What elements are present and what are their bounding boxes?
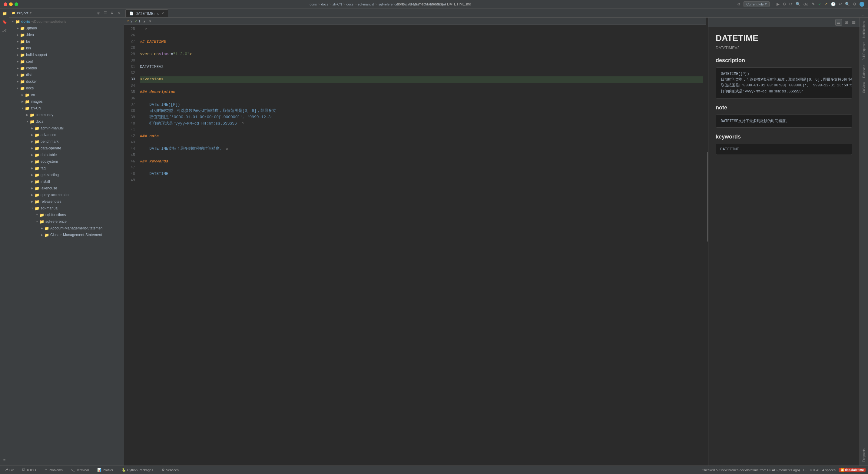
panel-icon-close[interactable]: ✕ [116, 10, 121, 16]
list-item[interactable]: ▶📁get-starting [9, 172, 124, 178]
editor-area: 📄 DATETIME.md ✕ ⋯ ⚠ 2 [124, 8, 868, 466]
git-branch-badge[interactable]: 🔀 doc-datetime [839, 468, 866, 472]
panel-header: 📁 Project ▾ ◎ ☰ ⚙ ✕ [9, 8, 124, 18]
terminal-label: Terminal [76, 468, 89, 472]
profiler-button[interactable]: 📊 Profiler [95, 467, 115, 473]
preview-keyword: DATETIME [720, 147, 739, 151]
panel-endpoints[interactable]: Endpoints [861, 447, 867, 464]
python-packages-label: Python Packages [127, 468, 153, 472]
preview-section-note: note [716, 105, 852, 111]
todo-button[interactable]: ☑ TODO [20, 467, 38, 473]
git-label: Git [9, 468, 13, 472]
panel-icon-collapse[interactable]: ☰ [103, 10, 108, 16]
preview-preview-button[interactable]: ▦ [850, 19, 857, 26]
current-file-dropdown[interactable]: Current File ▾ [744, 1, 769, 7]
sidebar-project-icon[interactable]: 📁 [1, 10, 8, 17]
panel-pull-requests[interactable]: Pull Requests [861, 40, 867, 62]
list-item[interactable]: ▶📁query-acceleration [9, 191, 124, 198]
list-item[interactable]: ▶📁Account-Management-Statemen [9, 225, 124, 232]
list-item[interactable]: ▶📁be [9, 38, 124, 45]
close-button[interactable] [4, 2, 7, 6]
minimize-button[interactable] [9, 2, 13, 6]
list-item[interactable]: ▶📁admin-manual [9, 125, 124, 131]
code-line: --> [140, 26, 703, 32]
list-item[interactable]: ▶📁faq [9, 165, 124, 172]
list-item[interactable]: ▶📁Cluster-Management-Statement [9, 232, 124, 238]
list-item[interactable]: ▾📁docs [9, 85, 124, 91]
preview-content[interactable]: DATETIME DATATIMEV2 description DATETIME… [708, 27, 860, 466]
tree-item-advanced[interactable]: ▶📁advanced [9, 131, 124, 138]
list-item[interactable]: ▶📁data-operate [9, 145, 124, 151]
list-item[interactable]: ▾📁sql-manual [9, 205, 124, 211]
python-icon: 🐍 [122, 468, 126, 472]
panel-database[interactable]: Database [861, 63, 867, 80]
right-vertical-panels: Notifications Pull Requests Database Sci… [860, 18, 868, 466]
sidebar-structure-icon[interactable]: ≡ [1, 456, 8, 463]
git-button[interactable]: ⎇ Git [2, 467, 16, 473]
editor-more-button[interactable]: ⋯ [862, 13, 866, 17]
code-line [140, 45, 703, 51]
scrollbar-thumb[interactable] [707, 152, 708, 241]
list-item[interactable]: ▶📁docker [9, 78, 124, 85]
code-line [140, 127, 703, 134]
code-line: ### description [140, 89, 703, 95]
list-item[interactable]: ▶📁conf [9, 58, 124, 65]
code-view[interactable]: 25 26 27 28 29 30 31 32 33 34 35 36 [124, 25, 706, 466]
list-item[interactable]: ▾📁sql-reference [9, 218, 124, 225]
panel-icon-locate[interactable]: ◎ [96, 10, 101, 16]
problems-button[interactable]: ⚠ Problems [43, 467, 64, 473]
list-item[interactable]: ▶📁bin [9, 45, 124, 52]
terminal-button[interactable]: >_ Terminal [69, 468, 91, 473]
title-bar: doris [~/Documents/git/doris] – DATETIME… [0, 0, 868, 8]
code-lines[interactable]: --> ## DATETIME <version since="1.2.0"> [137, 25, 706, 466]
list-item[interactable]: ▾📁sql-functions [9, 211, 124, 218]
warning-nav-down[interactable]: ▼ [148, 20, 152, 23]
list-item[interactable]: ▶📁lakehouse [9, 185, 124, 191]
list-item[interactable]: ▾📁docs [9, 118, 124, 125]
line-ending-label: LF [803, 468, 807, 472]
warning-icon: ⚠ [127, 19, 130, 23]
warning-nav-up[interactable]: ▲ [143, 20, 146, 23]
list-item[interactable]: ▶📁dist [9, 71, 124, 78]
services-button[interactable]: ⚙ Services [160, 467, 181, 473]
check-icon: ✓ [135, 19, 137, 23]
code-line: DATETIME([P]) [140, 102, 703, 108]
list-item[interactable]: ▶📁build-support [9, 52, 124, 58]
list-item[interactable]: ▶📁.idea [9, 31, 124, 38]
preview-split-view-button[interactable]: ⊞ [843, 19, 849, 26]
list-item[interactable]: ▶📁images [9, 98, 124, 105]
code-panel: ⚠ 2 ✓ 1 ▲ ▼ 25 26 [124, 18, 706, 466]
code-line: ### keywords [140, 158, 703, 165]
window-title: doris [~/Documents/git/doris] – DATETIME… [397, 2, 471, 6]
maximize-button[interactable] [14, 2, 18, 6]
list-item[interactable]: ▶📁community [9, 112, 124, 118]
list-item[interactable]: ▾📁zh-CN [9, 105, 124, 112]
tree-root[interactable]: ▾ 📁 doris ~/Documents/git/doris [9, 18, 124, 25]
services-label: Services [166, 468, 179, 472]
panel-notifications[interactable]: Notifications [861, 20, 867, 39]
python-packages-button[interactable]: 🐍 Python Packages [120, 467, 155, 473]
tab-datetime-md[interactable]: 📄 DATETIME.md ✕ [125, 9, 168, 17]
tab-close-button[interactable]: ✕ [161, 11, 164, 16]
preview-list-view-button[interactable]: ☰ [835, 19, 842, 26]
list-item[interactable]: ▶📁ecosystem [9, 158, 124, 165]
git-icon: ⎇ [4, 468, 8, 472]
list-item[interactable]: ▶📁install [9, 178, 124, 185]
panel-icon-settings[interactable]: ⚙ [109, 10, 115, 16]
code-line: 打印的形式是'yyyy-MM-dd HH:mm:ss.SSSSSS' ⊟ [140, 121, 703, 127]
panel-sciview[interactable]: SciView [861, 80, 867, 94]
list-item[interactable]: ▶📁en [9, 91, 124, 98]
sidebar-vcs-icon[interactable]: ⎇ [1, 27, 8, 34]
code-line [140, 58, 703, 64]
list-item[interactable]: ▶📁data-table [9, 151, 124, 158]
todo-icon: ☑ [22, 468, 25, 472]
sidebar-bookmark-icon[interactable]: 🔖 [1, 18, 8, 26]
preview-subtitle: DATATIMEV2 [716, 46, 852, 50]
preview-code-text: DATETIME([P]) 日期时间类型，可选参数P表示时间精度，取值范围是[0… [721, 71, 847, 94]
code-line: DATETIME支持了最多到微秒的时间精度。 ⊟ [140, 146, 703, 152]
list-item[interactable]: ▶📁contrib [9, 65, 124, 71]
list-item[interactable]: ▶📁.github [9, 25, 124, 31]
list-item[interactable]: ▶📁releasenotes [9, 198, 124, 205]
code-line [140, 152, 703, 158]
list-item[interactable]: ▶📁benchmark [9, 138, 124, 145]
